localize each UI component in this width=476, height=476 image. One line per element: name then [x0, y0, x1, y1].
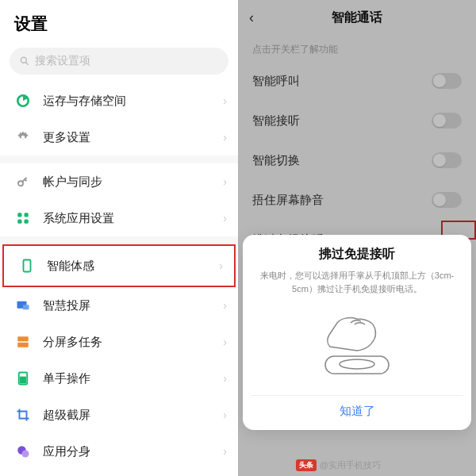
row-label: 系统应用设置: [43, 211, 223, 226]
chevron-right-icon: ›: [223, 299, 227, 312]
row-label: 智慧投屏: [43, 298, 223, 313]
chevron-right-icon: ›: [219, 259, 223, 272]
divider: [0, 236, 238, 244]
svg-point-4: [21, 136, 25, 140]
pie-icon: [14, 92, 32, 109]
row-one-hand[interactable]: 单手操作 ›: [0, 360, 238, 397]
row-quick-launch[interactable]: 快捷启动 ›: [0, 470, 238, 476]
chevron-right-icon: ›: [223, 94, 227, 107]
search-icon: [19, 56, 30, 67]
row-label: 应用分身: [43, 444, 223, 459]
search-input[interactable]: 搜索设置项: [10, 48, 228, 75]
svg-line-1: [26, 63, 29, 65]
chevron-right-icon: ›: [223, 372, 227, 385]
onehand-icon: [14, 370, 32, 387]
row-label: 帐户与同步: [43, 175, 223, 190]
highlight-smart-motion: 智能体感 ›: [2, 244, 236, 287]
svg-rect-10: [24, 260, 31, 272]
page-title: 设置: [0, 0, 238, 43]
row-label: 超级截屏: [43, 408, 223, 423]
search-placeholder: 搜索设置项: [35, 54, 90, 68]
gear-icon: [14, 129, 32, 146]
svg-point-0: [21, 57, 26, 63]
svg-rect-12: [23, 305, 29, 309]
svg-rect-7: [25, 213, 29, 217]
apps-icon: [14, 209, 32, 227]
row-split-screen[interactable]: 分屏多任务 ›: [0, 324, 238, 360]
smart-call-panel: ‹ 智能通话 点击开关栏了解功能 智能呼叫 智能接听 智能切换 捂住屏幕静音 拂…: [238, 0, 476, 476]
svg-point-18: [22, 451, 29, 458]
popup-title: 拂过免提接听: [251, 246, 463, 263]
svg-rect-6: [17, 213, 21, 217]
chevron-right-icon: ›: [223, 409, 227, 421]
row-smart-motion[interactable]: 智能体感 ›: [4, 248, 234, 284]
row-system-apps[interactable]: 系统应用设置 ›: [0, 200, 238, 236]
watermark: 头条 @实用手机技巧: [296, 459, 381, 471]
phone-rect-icon: [18, 257, 36, 274]
divider: [0, 155, 238, 163]
svg-rect-13: [17, 336, 29, 341]
clone-icon: [14, 443, 32, 460]
svg-rect-8: [17, 220, 21, 224]
row-label: 更多设置: [43, 130, 223, 145]
svg-rect-9: [25, 220, 29, 224]
chevron-right-icon: ›: [223, 445, 227, 458]
chevron-right-icon: ›: [223, 131, 227, 144]
row-label: 分屏多任务: [43, 335, 223, 350]
gesture-illustration: [251, 303, 463, 390]
row-label: 智能体感: [47, 259, 219, 274]
svg-rect-16: [21, 378, 25, 383]
settings-panel: 设置 搜索设置项 运存与存储空间 › 更多设置 › 帐户与同步 › 系统应用设置…: [0, 0, 238, 476]
popup-confirm-button[interactable]: 知道了: [251, 395, 463, 422]
crop-icon: [14, 406, 32, 424]
watermark-author: @实用手机技巧: [320, 459, 381, 471]
row-app-clone[interactable]: 应用分身 ›: [0, 433, 238, 470]
key-icon: [14, 173, 32, 190]
row-label: 单手操作: [43, 371, 223, 386]
row-super-screenshot[interactable]: 超级截屏 ›: [0, 397, 238, 433]
svg-rect-14: [17, 343, 29, 347]
split-icon: [14, 333, 32, 351]
row-storage[interactable]: 运存与存储空间 ›: [0, 83, 238, 119]
chevron-right-icon: ›: [223, 336, 227, 348]
cast-icon: [14, 297, 32, 314]
info-popup: 拂过免提接听 来电时，您可以选择用手掌从手机顶部上方（3cm-5cm）拂过让手机…: [243, 235, 471, 430]
svg-point-5: [18, 181, 23, 186]
row-account-sync[interactable]: 帐户与同步 ›: [0, 163, 238, 200]
watermark-badge: 头条: [296, 459, 317, 471]
chevron-right-icon: ›: [223, 175, 227, 188]
row-more-settings[interactable]: 更多设置 ›: [0, 119, 238, 155]
svg-point-21: [340, 359, 374, 369]
row-label: 运存与存储空间: [43, 94, 223, 109]
row-smart-cast[interactable]: 智慧投屏 ›: [0, 287, 238, 324]
popup-description: 来电时，您可以选择用手掌从手机顶部上方（3cm-5cm）拂过让手机免提接听电话。: [251, 269, 463, 303]
chevron-right-icon: ›: [223, 212, 227, 225]
